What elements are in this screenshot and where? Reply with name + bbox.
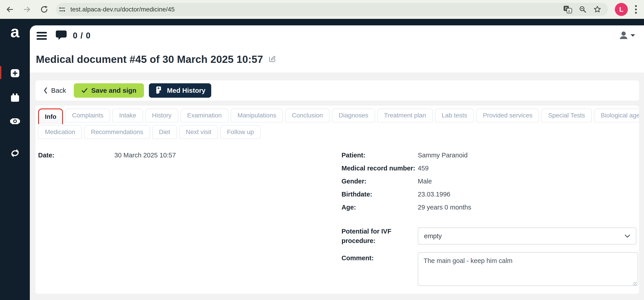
field-label: Date:	[38, 152, 114, 159]
sidebar-item-calendar[interactable]	[0, 93, 30, 103]
sidebar-item-sync[interactable]	[0, 148, 30, 159]
tab-follow-up[interactable]: Follow up	[220, 125, 260, 139]
comment-textarea[interactable]: The main goal - keep him calm	[418, 252, 638, 286]
chevron-down-icon	[630, 34, 635, 38]
sidebar-item-add[interactable]	[0, 69, 30, 78]
field-value: Sammy Paranoid	[418, 152, 468, 159]
svg-text:x̂: x̂	[568, 10, 570, 13]
tab-medication[interactable]: Medication	[38, 125, 82, 139]
tab-panel: InfoComplaintsIntakeHistoryExaminationMa…	[36, 105, 639, 294]
med-history-button[interactable]: Med History	[149, 83, 211, 98]
tab-diagnoses[interactable]: Diagnoses	[332, 108, 375, 122]
browser-toolbar: test.alpaca-dev.ru/doctor/medicine/45 Gx…	[0, 0, 644, 19]
tab-history[interactable]: History	[145, 108, 178, 122]
form-left-column: Date:30 March 2025 10:57	[38, 152, 342, 287]
tab-next-visit[interactable]: Next visit	[179, 125, 218, 139]
tab-diet[interactable]: Diet	[152, 125, 177, 139]
bookmark-star-icon[interactable]	[593, 6, 602, 14]
sidebar-item-payments[interactable]	[0, 117, 30, 127]
field-row-birthdate: Birthdate:23.03.1996	[342, 191, 636, 204]
chevron-down-icon	[625, 234, 630, 238]
chevron-left-icon	[44, 87, 48, 94]
user-icon	[619, 31, 628, 40]
calendar-icon	[10, 93, 20, 103]
screen: test.alpaca-dev.ru/doctor/medicine/45 Gx…	[0, 0, 644, 300]
field-value: 30 March 2025 10:57	[114, 152, 176, 159]
tab-recommendations[interactable]: Recommendations	[84, 125, 150, 139]
tab-provided-services[interactable]: Provided services	[476, 108, 539, 122]
tab-conclusion[interactable]: Conclusion	[285, 108, 330, 122]
site-info-icon[interactable]	[59, 7, 66, 12]
field-label: Potential for IVF procedure:	[342, 227, 418, 245]
info-form: Date:30 March 2025 10:57 Patient:Sammy P…	[38, 152, 636, 287]
tabs-row-1: InfoComplaintsIntakeHistoryExaminationMa…	[38, 108, 636, 122]
tab-intake[interactable]: Intake	[112, 108, 143, 122]
ivf-select[interactable]: empty	[418, 227, 636, 245]
back-button[interactable]: Back	[44, 87, 66, 94]
tab-complaints[interactable]: Complaints	[65, 108, 110, 122]
tabs-row-2: MedicationRecommendationsDietNext visitF…	[38, 125, 636, 139]
app-header: 0 / 0	[30, 25, 644, 46]
tab-examination[interactable]: Examination	[180, 108, 228, 122]
comments-counter: 0 / 0	[73, 31, 91, 40]
field-row-gender: Gender:Male	[342, 178, 636, 191]
field-value: 459	[418, 165, 428, 172]
add-icon	[10, 69, 20, 78]
tab-biological-age[interactable]: Biological age	[594, 108, 639, 122]
tab-treatment-plan[interactable]: Treatment plan	[378, 108, 433, 122]
field-label: Birthdate:	[342, 191, 418, 198]
tab-manipulations[interactable]: Manipulations	[231, 108, 283, 122]
edit-title-icon[interactable]	[268, 55, 276, 64]
med-history-icon	[155, 86, 164, 95]
field-label: Patient:	[342, 152, 418, 159]
field-row-medical-record-number: Medical record number:459	[342, 165, 636, 178]
field-value: Male	[418, 178, 432, 185]
ivf-select-value: empty	[424, 232, 442, 240]
field-label: Age:	[342, 204, 418, 211]
browser-forward-icon[interactable]	[23, 6, 31, 13]
alpaca-logo[interactable]: a	[0, 24, 30, 40]
browser-profile-avatar[interactable]: L	[615, 3, 628, 16]
field-row-age: Age:29 years 0 months	[342, 204, 636, 217]
hamburger-menu-icon[interactable]	[36, 32, 47, 40]
translate-icon[interactable]: Gx̂	[563, 6, 572, 14]
url-bar[interactable]: test.alpaca-dev.ru/doctor/medicine/45 Gx…	[56, 3, 608, 16]
field-label: Comment:	[342, 252, 418, 262]
browser-back-icon[interactable]	[6, 6, 14, 13]
field-label: Gender:	[342, 178, 418, 185]
actions-toolbar: Back Save and sign Med History	[36, 80, 639, 101]
ivf-field-row: Potential for IVF procedure: empty	[342, 227, 636, 245]
tab-lab-tests[interactable]: Lab tests	[435, 108, 474, 122]
tab-info[interactable]: Info	[38, 108, 63, 124]
url-text[interactable]: test.alpaca-dev.ru/doctor/medicine/45	[70, 6, 175, 13]
browser-reload-icon[interactable]	[40, 6, 48, 13]
field-value: 29 years 0 months	[418, 204, 471, 211]
payments-icon	[10, 117, 20, 127]
resize-handle-icon[interactable]	[633, 282, 636, 285]
browser-menu-icon[interactable]	[634, 5, 637, 14]
checkmark-icon	[82, 87, 88, 94]
main-card: 0 / 0 Medical document #45 of 30 March 2…	[30, 25, 644, 300]
zoom-out-icon[interactable]	[579, 6, 586, 13]
form-right-column: Patient:Sammy ParanoidMedical record num…	[342, 152, 636, 287]
field-label: Medical record number:	[342, 165, 418, 172]
sidebar: a	[0, 19, 30, 300]
title-row: Medical document #45 of 30 March 2025 10…	[30, 46, 644, 73]
field-row-patient: Patient:Sammy Paranoid	[342, 152, 636, 165]
sync-icon	[10, 148, 20, 159]
comment-field-row: Comment: The main goal - keep him calm	[342, 252, 636, 287]
app-background: a 0 / 0 Me	[0, 19, 644, 300]
content-area: Back Save and sign Med History InfoCompl…	[30, 73, 644, 300]
comments-icon[interactable]	[56, 30, 67, 42]
tab-special-tests[interactable]: Special Tests	[541, 108, 592, 122]
field-row-date: Date:30 March 2025 10:57	[38, 152, 342, 165]
field-value: 23.03.1996	[418, 191, 450, 198]
page-title: Medical document #45 of 30 March 2025 10…	[36, 53, 263, 65]
save-and-sign-button[interactable]: Save and sign	[74, 83, 144, 98]
user-menu[interactable]	[619, 31, 635, 40]
